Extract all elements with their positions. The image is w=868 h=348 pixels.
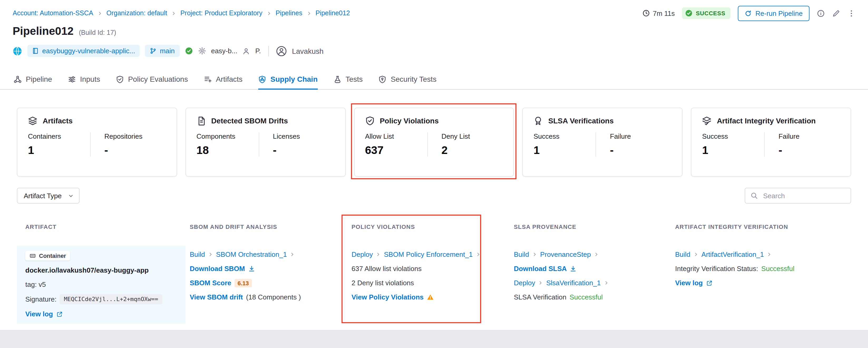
signature-value: MEQCICde2Vjl...L+2+mqnOXw== (60, 294, 163, 304)
integrity-view-log-link[interactable]: View log (675, 279, 703, 287)
breadcrumb-pipelines[interactable]: Pipelines (276, 9, 302, 17)
header-policy-violations: POLICY VIOLATIONS (347, 224, 509, 230)
pencil-icon (832, 9, 840, 17)
integrity-stage-link[interactable]: Build (675, 251, 690, 258)
tab-supply-chain[interactable]: Supply Chain (258, 69, 317, 89)
chevron-right-icon (532, 252, 537, 257)
shield-check-icon (116, 75, 124, 83)
metric-label: Allow List (365, 132, 427, 140)
artifact-image-name: docker.io/lavakush07/easy-buggy-app (25, 266, 149, 274)
slsa-stage-link[interactable]: Build (514, 251, 529, 258)
tab-artifacts[interactable]: Artifacts (204, 69, 242, 89)
metric-label: Failure (610, 132, 631, 140)
tab-inputs[interactable]: Inputs (68, 69, 100, 89)
slsa-verification-step-link[interactable]: SlsaVerification_1 (546, 279, 601, 287)
integrity-verification-cell: Build ArtifactVerification_1 Integrity V… (671, 246, 851, 324)
pipeline-icon (14, 75, 22, 83)
artifact-type-badge: Container (25, 251, 70, 260)
breadcrumb-project[interactable]: Project: Product Exploratory (180, 9, 262, 17)
artifact-type-select[interactable]: Artifact Type (17, 188, 80, 204)
chevron-right-icon (376, 252, 381, 257)
breadcrumb-pipeline012[interactable]: Pipeline012 (315, 9, 350, 17)
artifact-view-log-link[interactable]: View log (25, 310, 53, 318)
build-id: (Build Id: 17) (79, 29, 116, 36)
external-link-icon (56, 311, 62, 317)
download-sbom-link[interactable]: Download SBOM (190, 265, 245, 272)
chevron-right-icon (594, 252, 599, 257)
trigger-user-name: Lavakush (292, 47, 323, 55)
metric-label: Containers (28, 132, 90, 140)
integrity-status-value: Successful (761, 265, 795, 272)
tab-policy-evaluations[interactable]: Policy Evaluations (116, 69, 188, 89)
more-options-button[interactable] (847, 9, 855, 17)
rerun-pipeline-button[interactable]: Re-run Pipeline (738, 5, 809, 21)
sbom-score-link[interactable]: SBOM Score (190, 279, 231, 287)
page-title: Pipeline012 (13, 25, 73, 37)
tab-label: Policy Evaluations (128, 75, 188, 83)
sliders-icon (68, 75, 76, 83)
edit-pipeline-button[interactable] (832, 9, 840, 17)
repo-name: easybuggy-vulnerable-applic... (42, 47, 135, 55)
service-name[interactable]: easy-b... (211, 47, 238, 55)
breadcrumb-account[interactable]: Account: Automation-SSCA (13, 9, 93, 17)
metric-repositories: Repositories - (90, 132, 143, 156)
branch-chip[interactable]: main (145, 45, 180, 57)
security-shield-icon (379, 75, 386, 83)
branch-name: main (160, 47, 175, 55)
status-text: SUCCESS (696, 10, 725, 16)
card-title: Artifact Integrity Verification (717, 117, 815, 125)
policy-step-link[interactable]: SBOM Policy Enforcement_1 (384, 251, 473, 258)
metric-deny-list: Deny List 2 (427, 132, 470, 156)
card-title: Artifacts (43, 117, 73, 125)
external-link-icon (706, 280, 712, 286)
download-icon (570, 265, 577, 272)
chevron-right-icon (97, 11, 102, 16)
tab-tests[interactable]: Tests (333, 69, 363, 89)
chevron-right-icon (306, 11, 311, 16)
search-input[interactable] (762, 191, 845, 200)
slsa-deploy-stage-link[interactable]: Deploy (514, 279, 535, 287)
tab-pipeline[interactable]: Pipeline (14, 69, 52, 89)
metric-integrity-failure: Failure - (764, 132, 800, 156)
execution-info-button[interactable] (817, 9, 825, 17)
sbom-step-link[interactable]: SBOM Orchestration_1 (216, 251, 287, 258)
supply-chain-shield-icon (258, 75, 266, 83)
card-title: SLSA Verifications (548, 117, 614, 125)
sbom-stage-link[interactable]: Build (190, 251, 205, 258)
avatar (276, 46, 287, 56)
card-sbom-drifts: Detected SBOM Drifts Components 18 Licen… (186, 108, 346, 177)
card-title: Detected SBOM Drifts (211, 117, 288, 125)
metric-label: Components (196, 132, 259, 140)
page-bottom-strip (0, 330, 868, 348)
view-policy-violations-link[interactable]: View Policy Violations (351, 293, 424, 301)
download-slsa-link[interactable]: Download SLSA (514, 265, 567, 272)
card-policy-violations: Policy Violations Allow List 637 Deny Li… (354, 108, 514, 177)
metric-containers: Containers 1 (28, 132, 90, 156)
document-icon (196, 116, 206, 125)
card-title: Policy Violations (380, 117, 439, 125)
metric-value: 1 (28, 144, 90, 156)
repository-chip[interactable]: easybuggy-vulnerable-applic... (27, 45, 140, 57)
metric-label: Repositories (104, 132, 143, 140)
metric-value: 1 (534, 144, 596, 156)
tab-security-tests[interactable]: Security Tests (379, 69, 437, 89)
view-sbom-drift-link[interactable]: View SBOM drift (190, 293, 243, 301)
tab-label: Tests (345, 75, 363, 83)
execution-tabs: Pipeline Inputs Policy Evaluations Artif… (0, 69, 868, 90)
breadcrumb-organization[interactable]: Organization: default (106, 9, 167, 17)
search-box (745, 188, 851, 204)
provenance-step-link[interactable]: ProvenanceStep (540, 251, 591, 258)
status-badge: SUCCESS (682, 7, 731, 19)
policy-stage-link[interactable]: Deploy (351, 251, 373, 258)
artifact-verification-step-link[interactable]: ArtifactVerification_1 (702, 251, 764, 258)
rerun-icon (745, 10, 752, 17)
clipboard-check-icon (365, 116, 374, 125)
meta-divider (268, 46, 269, 56)
slsa-verification-label: SLSA Verification (514, 293, 566, 301)
sbom-cell: Build SBOM Orchestration_1 Download SBOM… (186, 246, 347, 324)
metric-value: - (273, 144, 300, 156)
globe-icon (13, 46, 22, 56)
metric-label: Licenses (273, 132, 300, 140)
tab-label: Pipeline (26, 75, 52, 83)
service-extra[interactable]: P. (255, 47, 261, 55)
